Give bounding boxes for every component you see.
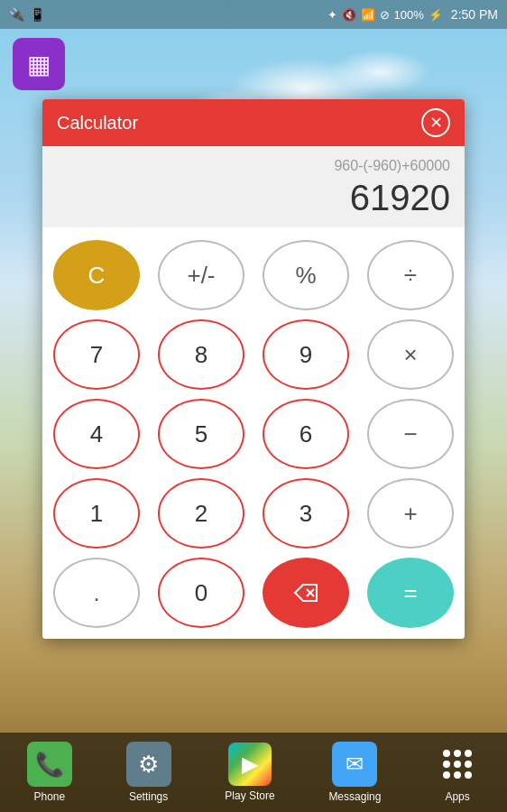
two-button[interactable]: 2 [158,478,244,549]
result-display: 61920 [350,178,450,218]
multiply-button[interactable]: × [367,319,454,390]
eight-button[interactable]: 8 [158,319,244,390]
messaging-label: Messaging [328,790,381,803]
settings-icon: ⚙ [126,742,171,787]
buttons-area: C +/- % ÷ 7 8 9 × 4 5 6 − 1 2 3 + . [42,227,465,639]
calculator-window: Calculator ✕ 960-(-960)+60000 61920 C +/… [42,99,465,639]
playstore-icon: ▶ [228,743,272,786]
taskbar-playstore[interactable]: ▶ Play Store [225,743,274,802]
equals-button[interactable]: = [367,558,454,628]
calculator-title: Calculator [57,113,138,134]
bluetooth-icon: ✦ [327,8,337,22]
zero-button[interactable]: 0 [158,558,244,628]
one-button[interactable]: 1 [53,478,140,549]
messaging-icon: ✉ [332,742,377,787]
settings-label: Settings [129,790,168,803]
phone-icon: 📞 [27,742,72,787]
six-button[interactable]: 6 [263,399,349,469]
status-left: 🔌 📱 [9,7,45,22]
taskbar-apps[interactable]: Apps [435,742,480,803]
usb-icon: 🔌 [9,7,24,22]
sd-icon: 📱 [30,7,45,22]
button-row-2: 7 8 9 × [53,319,454,390]
expression-display: 960-(-960)+60000 [334,158,450,174]
percent-button[interactable]: % [263,240,349,310]
clear-button[interactable]: C [53,240,140,310]
status-right: ✦ 🔇 📶 ⊘ 100% ⚡ 2:50 PM [327,7,498,22]
button-row-3: 4 5 6 − [53,399,454,469]
taskbar-settings[interactable]: ⚙ Settings [126,742,171,803]
nine-button[interactable]: 9 [263,319,349,390]
apps-label: Apps [445,790,469,803]
backspace-button[interactable] [263,558,349,628]
add-button[interactable]: + [367,478,454,549]
title-bar: Calculator ✕ [42,99,465,146]
four-button[interactable]: 4 [53,399,140,469]
sign-button[interactable]: +/- [158,240,244,310]
taskbar: 📞 Phone ⚙ Settings ▶ Play Store ✉ Messag… [0,733,507,812]
button-row-4: 1 2 3 + [53,478,454,549]
close-button[interactable]: ✕ [421,108,450,137]
time: 2:50 PM [451,7,498,22]
calculator-app-icon[interactable]: ▦ [13,38,65,90]
calculator-display: 960-(-960)+60000 61920 [42,146,465,227]
no-signal-icon: ⊘ [380,8,390,22]
phone-label: Phone [34,790,66,803]
wifi-icon: 📶 [361,8,375,22]
divide-button[interactable]: ÷ [367,240,454,310]
calc-icon-symbol: ▦ [27,50,51,79]
taskbar-phone[interactable]: 📞 Phone [27,742,72,803]
three-button[interactable]: 3 [263,478,349,549]
button-row-5: . 0 = [53,558,454,628]
mute-icon: 🔇 [342,8,356,22]
taskbar-messaging[interactable]: ✉ Messaging [328,742,381,803]
five-button[interactable]: 5 [158,399,244,469]
decimal-button[interactable]: . [53,558,140,628]
button-row-1: C +/- % ÷ [53,240,454,310]
apps-grid-icon [443,750,472,779]
battery-percent: 100% [394,8,424,22]
apps-icon [435,742,480,787]
subtract-button[interactable]: − [367,399,454,469]
status-bar: 🔌 📱 ✦ 🔇 📶 ⊘ 100% ⚡ 2:50 PM [0,0,507,29]
playstore-label: Play Store [225,789,274,802]
seven-button[interactable]: 7 [53,319,140,390]
battery-icon: ⚡ [429,8,443,22]
